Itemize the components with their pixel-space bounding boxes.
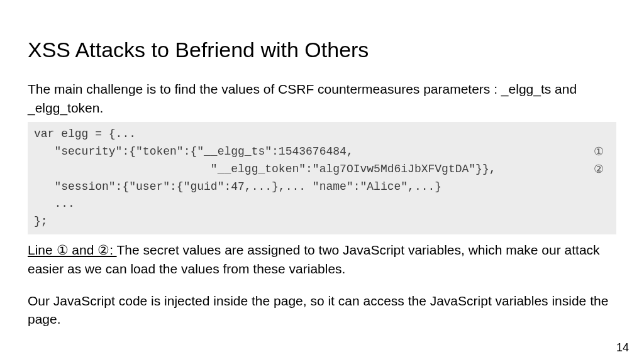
code-block: var elgg = {... "security":{"token":{"__…: [28, 122, 616, 234]
slide: XSS Attacks to Befriend with Others The …: [0, 0, 644, 329]
intro-text: The main challenge is to find the values…: [28, 80, 616, 118]
line-ref-label: Line ① and ②:: [28, 243, 117, 257]
explanation-2: Our JavaScript code is injected inside t…: [28, 292, 616, 329]
code-line: };: [34, 215, 48, 228]
code-line: ...: [34, 197, 75, 210]
code-line: "session":{"user":{"guid":47,...},... "n…: [34, 180, 441, 193]
page-number: 14: [616, 341, 629, 354]
line-marker-1: ①: [594, 143, 604, 161]
code-line: "security":{"token":{"__elgg_ts":1543676…: [34, 145, 353, 158]
page-title: XSS Attacks to Befriend with Others: [28, 38, 616, 62]
line-marker-2: ②: [594, 161, 604, 178]
explanation-1: Line ① and ②: The secret values are assi…: [28, 241, 616, 278]
code-line: var elgg = {...: [34, 128, 136, 140]
code-line: "__elgg_token":"alg7OIvw5Md6iJbXFVgtDA"}…: [34, 163, 496, 175]
